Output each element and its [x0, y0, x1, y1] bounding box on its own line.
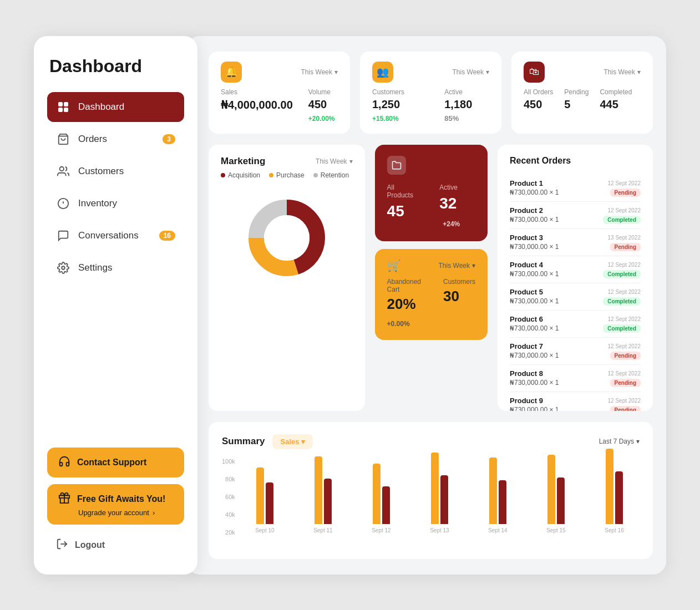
summary-section: Summary Sales ▾ Last 7 Days ▾ 100k 80k 6…: [209, 422, 653, 559]
purchase-dot: [269, 173, 273, 177]
customers-stat-card: 👥 This Week ▾ Customers 1,250 +15.80%: [360, 52, 501, 134]
sidebar-bottom: Contact Support Free Gift Awaits You!: [47, 448, 184, 559]
bar-yellow: [315, 456, 322, 524]
bar-label: Sept 10: [255, 527, 274, 533]
marketing-period[interactable]: This Week ▾: [316, 157, 352, 165]
order-name: Product 2: [510, 206, 543, 215]
products-active-badge: +24%: [443, 220, 460, 228]
logout-button[interactable]: Logout: [47, 531, 184, 559]
bar-group: Sept 12: [356, 464, 407, 533]
bar-red: [499, 480, 506, 524]
sidebar-item-inventory[interactable]: Inventory: [47, 189, 184, 218]
customers-stat-icon: 👥: [372, 62, 393, 83]
abandoned-label: Abandoned Cart: [387, 278, 421, 293]
sidebar-item-conversations[interactable]: Conversations 16: [47, 221, 184, 251]
sidebar-item-label: Inventory: [78, 198, 117, 209]
products-active-label: Active: [439, 184, 475, 191]
legend-purchase: Purchase: [269, 171, 305, 179]
status-badge: Completed: [603, 297, 641, 306]
order-date: 12 Sept 2022: [608, 180, 641, 186]
customers-badge: +15.80%: [372, 115, 399, 123]
orders-panel-title: Recent Orders: [510, 156, 641, 166]
bar-label: Sept 16: [605, 527, 623, 533]
legend-retention: Retention: [313, 171, 349, 179]
all-orders-label: All Orders: [524, 88, 553, 96]
table-row: Product 3 13 Sept 2022 ₦730,000.00 × 1 P…: [510, 229, 641, 256]
sidebar-nav: Dashboard Orders 3: [47, 92, 184, 430]
bar-pair: [373, 464, 390, 524]
order-price: ₦730,000.00 × 1: [510, 216, 559, 223]
table-row: Product 6 12 Sept 2022 ₦730,000.00 × 1 C…: [510, 311, 641, 338]
cart-customers-value: 30: [443, 288, 475, 305]
customers-period[interactable]: This Week ▾: [453, 68, 489, 76]
grid-icon: [56, 100, 70, 114]
bar-pair: [256, 467, 273, 524]
order-date: 12 Sept 2022: [608, 316, 641, 322]
status-badge: Completed: [603, 216, 641, 224]
order-name: Product 3: [510, 233, 543, 242]
table-row: Product 1 12 Sept 2022 ₦730,000.00 × 1 P…: [510, 175, 641, 202]
svg-rect-3: [64, 108, 68, 112]
sidebar-item-dashboard[interactable]: Dashboard: [47, 92, 184, 122]
bar-label: Sept 15: [546, 527, 565, 533]
bar-group: Sept 15: [531, 455, 581, 533]
orders-period[interactable]: This Week ▾: [604, 68, 641, 76]
conversations-icon: [56, 228, 70, 243]
order-name: Product 1: [510, 179, 543, 187]
cart-icon: 🛒: [387, 259, 401, 272]
bar-label: Sept 11: [313, 527, 332, 533]
bar-pair: [606, 449, 623, 524]
all-products-value: 45: [387, 202, 418, 220]
status-badge: Completed: [603, 324, 641, 333]
volume-label: Volume: [308, 88, 338, 96]
mid-section: Marketing This Week ▾ Acquisition Purcha…: [209, 145, 653, 411]
bar-label: Sept 12: [372, 527, 390, 533]
order-price: ₦730,000.00 × 1: [510, 352, 559, 359]
order-date: 12 Sept 2022: [608, 207, 641, 214]
sidebar-item-orders[interactable]: Orders 3: [47, 124, 184, 154]
marketing-legend: Acquisition Purchase Retention: [221, 171, 353, 179]
bar-yellow: [606, 449, 613, 524]
sales-period[interactable]: This Week ▾: [301, 68, 338, 76]
completed-label: Completed: [600, 88, 632, 96]
bar-group: Sept 13: [414, 453, 465, 533]
completed-value: 445: [600, 98, 632, 111]
logout-icon: [56, 538, 68, 552]
gift-arrow-icon: ›: [153, 509, 155, 517]
order-date: 13 Sept 2022: [608, 235, 641, 241]
gift-title: Free Gift Awaits You!: [77, 494, 165, 504]
sales-tab[interactable]: Sales ▾: [272, 434, 313, 449]
chevron-down-icon: ▾: [636, 438, 640, 445]
table-row: Product 5 12 Sept 2022 ₦730,000.00 × 1 C…: [510, 283, 641, 311]
status-badge: Pending: [610, 189, 641, 197]
bar-group: Sept 14: [473, 458, 523, 533]
orders-stat-icon: 🛍: [524, 62, 545, 83]
chevron-down-icon: ▾: [472, 262, 475, 270]
table-row: Product 2 12 Sept 2022 ₦730,000.00 × 1 C…: [510, 202, 641, 229]
sidebar-item-label: Conversations: [78, 230, 139, 241]
contact-support-button[interactable]: Contact Support: [47, 448, 184, 477]
table-row: Product 8 12 Sept 2022 ₦730,000.00 × 1 P…: [510, 365, 641, 392]
sales-label: Sales: [221, 88, 293, 96]
svg-point-17: [264, 215, 310, 261]
order-name: Product 8: [510, 369, 543, 378]
bar-pair: [315, 456, 332, 524]
order-price: ₦730,000.00 × 1: [510, 297, 559, 305]
order-price: ₦730,000.00 × 1: [510, 379, 559, 387]
period-select[interactable]: Last 7 Days ▾: [599, 438, 640, 445]
bar-group: Sept 16: [589, 449, 640, 533]
customers-label: Customers: [372, 88, 429, 96]
volume-value: 450 +20.00%: [308, 98, 338, 124]
status-badge: Pending: [610, 406, 641, 411]
order-price: ₦730,000.00 × 1: [510, 270, 559, 278]
right-panel: All Products 45 Active 32 +24%: [375, 145, 488, 411]
logout-label: Logout: [75, 540, 105, 550]
bar-red: [440, 475, 448, 524]
customers-icon: [56, 164, 70, 179]
sidebar-item-settings[interactable]: Settings: [47, 253, 184, 283]
sidebar-item-customers[interactable]: Customers: [47, 156, 184, 186]
cart-period[interactable]: This Week ▾: [439, 262, 475, 270]
order-name: Product 4: [510, 261, 543, 269]
table-row: Product 9 12 Sept 2022 ₦730,000.00 × 1 P…: [510, 392, 641, 411]
gift-button[interactable]: Free Gift Awaits You! Upgrade your accou…: [47, 484, 184, 525]
